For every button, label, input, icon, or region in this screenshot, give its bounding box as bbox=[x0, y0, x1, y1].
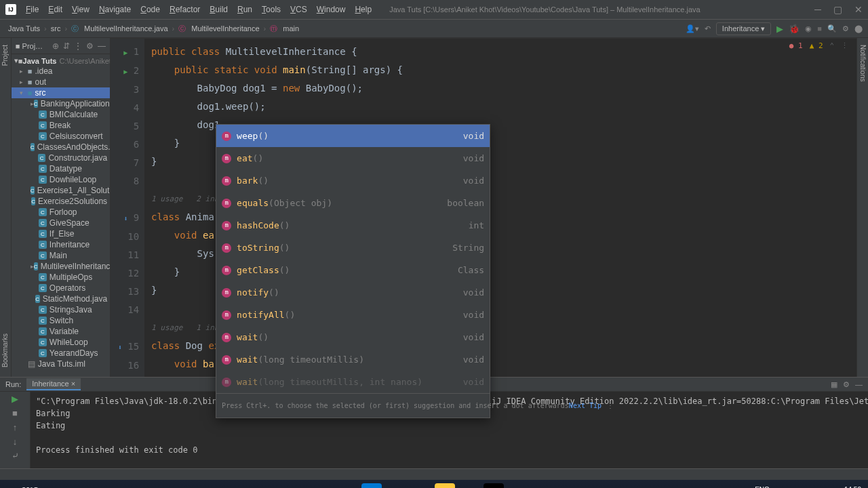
notifications-tool-button[interactable]: Notifications bbox=[859, 41, 867, 85]
breadcrumb-file[interactable]: MultilevelInheritance.java bbox=[81, 23, 171, 34]
chrome-icon[interactable]: 🌈 bbox=[459, 483, 479, 488]
run-hide-icon[interactable]: — bbox=[855, 380, 863, 389]
teams-icon[interactable]: 👥 bbox=[313, 483, 333, 488]
run-config-selector[interactable]: Inheritance ▾ bbox=[716, 22, 772, 35]
maximize-icon[interactable]: ▢ bbox=[833, 4, 842, 15]
tree-folder-.idea[interactable]: ▸■.idea bbox=[12, 66, 110, 77]
tree-file-MultipleOps[interactable]: CMultipleOps bbox=[12, 272, 110, 283]
breadcrumb-folder[interactable]: src bbox=[48, 23, 64, 34]
todo-icon[interactable]: ✓ bbox=[410, 483, 431, 488]
notes-icon[interactable]: 📝 bbox=[435, 483, 455, 488]
back-icon[interactable]: ↶ bbox=[705, 24, 711, 33]
search-icon[interactable]: 🔍 bbox=[827, 24, 837, 33]
menu-build[interactable]: Build bbox=[205, 3, 232, 16]
tree-file-Celsiusconvert[interactable]: CCelsiusconvert bbox=[12, 131, 110, 142]
menu-help[interactable]: Help bbox=[351, 3, 376, 16]
tree-file-BankingApplication.java[interactable]: ▸CBankingApplication.java bbox=[12, 98, 110, 109]
completion-hashCode[interactable]: mhashCode()int bbox=[216, 214, 490, 237]
menu-navigate[interactable]: Navigate bbox=[95, 3, 135, 16]
tree-file-Operators[interactable]: COperators bbox=[12, 283, 110, 293]
tree-file-Exercise1_All_Solutions[interactable]: CExercise1_All_Solutions bbox=[12, 185, 110, 196]
tree-file-BMICalculate[interactable]: CBMICalculate bbox=[12, 109, 110, 120]
tree-file-YearandDays[interactable]: CYearandDays bbox=[12, 348, 110, 359]
tree-folder-src[interactable]: ▾■src bbox=[12, 87, 110, 98]
minimize-icon[interactable]: ─ bbox=[814, 4, 821, 15]
completion-toString[interactable]: mtoString()String bbox=[216, 237, 490, 259]
expand-all-icon[interactable]: ⇵ bbox=[63, 41, 70, 51]
tree-file-Datatype[interactable]: CDatatype bbox=[12, 163, 110, 174]
menu-window[interactable]: Window bbox=[313, 3, 350, 16]
completion-weep[interactable]: mweep()void bbox=[216, 125, 490, 147]
down-button[interactable]: ↓ bbox=[13, 436, 18, 447]
menu-refactor[interactable]: Refactor bbox=[165, 3, 204, 16]
gutter[interactable]: ▶ 1▶ 2345678 ⬇ 91011121314 ⬇ 1516 bbox=[111, 39, 144, 379]
user-icon[interactable]: 👤▾ bbox=[686, 24, 699, 33]
tree-file-Inheritance[interactable]: CInheritance bbox=[12, 239, 110, 250]
completion-bark[interactable]: mbark()void bbox=[216, 169, 490, 192]
collapse-icon[interactable]: ⋮ bbox=[74, 41, 82, 51]
completion-wait[interactable]: mwait(long timeoutMillis)void bbox=[216, 348, 490, 371]
tree-file-StringsJava[interactable]: CStringsJava bbox=[12, 304, 110, 315]
tree-file-WhileLoop[interactable]: CWhileLoop bbox=[12, 337, 110, 348]
run-settings-icon[interactable]: ⚙ bbox=[843, 380, 850, 389]
completion-equals[interactable]: mequals(Object obj)boolean bbox=[216, 192, 490, 214]
tree-file-Variable[interactable]: CVariable bbox=[12, 326, 110, 337]
obs-icon[interactable]: ⏺ bbox=[508, 483, 528, 488]
completion-notifyAll[interactable]: mnotifyAll()void bbox=[216, 304, 490, 326]
tree-file-Constructor.java[interactable]: CConstructor.java bbox=[12, 152, 110, 163]
layout-icon[interactable]: ▦ bbox=[831, 380, 837, 389]
rerun-button[interactable]: ▶ bbox=[12, 394, 18, 404]
project-tool-button[interactable]: Project bbox=[1, 41, 9, 70]
tree-file-If_Else[interactable]: CIf_Else bbox=[12, 228, 110, 239]
completion-eat[interactable]: meat()void bbox=[216, 147, 490, 169]
search-taskbar-icon[interactable]: 🔍 bbox=[264, 483, 284, 488]
menu-edit[interactable]: Edit bbox=[44, 3, 66, 16]
app-icon-1[interactable]: M bbox=[361, 483, 382, 488]
tree-file-MultilevelInheritance.java[interactable]: ▸CMultilevelInheritance.java bbox=[12, 261, 110, 272]
tree-file-Main[interactable]: CMain bbox=[12, 250, 110, 261]
completion-wait[interactable]: mwait(long timeoutMillis, int nanos)void bbox=[216, 371, 490, 393]
up-button[interactable]: ↑ bbox=[13, 422, 18, 432]
run-tab[interactable]: Inheritance × bbox=[26, 378, 81, 390]
code-editor[interactable]: ● 1 ▲ 2 ⌃ ⋮ ▶ 1▶ 2345678 ⬇ 91011121314 ⬇… bbox=[111, 39, 856, 379]
next-tip-link[interactable]: Next Tip bbox=[569, 396, 601, 415]
breadcrumb-project[interactable]: Java Tuts bbox=[5, 23, 43, 34]
menu-view[interactable]: View bbox=[68, 3, 94, 16]
run-with-coverage-icon[interactable]: ◉ bbox=[805, 24, 812, 33]
tree-file-Break[interactable]: CBreak bbox=[12, 120, 110, 131]
bookmarks-tool-button[interactable]: Bookmarks bbox=[1, 329, 9, 371]
tree-file-Forloop[interactable]: CForloop bbox=[12, 207, 110, 218]
tree-file-DowhileLoop[interactable]: CDowhileLoop bbox=[12, 174, 110, 185]
tree-file-GiveSpace[interactable]: CGiveSpace bbox=[12, 218, 110, 228]
select-opened-icon[interactable]: ⊕ bbox=[52, 41, 59, 51]
menu-tools[interactable]: Tools bbox=[258, 3, 285, 16]
menu-run[interactable]: Run bbox=[233, 3, 256, 16]
tree-root[interactable]: ▾■Java TutsC:\Users\Aniket Khot bbox=[12, 56, 110, 66]
store-icon[interactable]: 🛍 bbox=[386, 483, 406, 488]
code-content[interactable]: public class MultilevelInheritance { pub… bbox=[144, 39, 856, 379]
wrap-button[interactable]: ⤶ bbox=[12, 451, 19, 461]
debug-button[interactable]: 🐞 bbox=[789, 24, 800, 34]
hide-icon[interactable]: — bbox=[98, 41, 106, 51]
completion-notify[interactable]: mnotify()void bbox=[216, 281, 490, 304]
settings-gear-icon[interactable]: ⚙ bbox=[86, 41, 94, 51]
menu-file[interactable]: File bbox=[22, 3, 43, 16]
completion-getClass[interactable]: mgetClass()Class bbox=[216, 259, 490, 281]
start-button[interactable]: ⊞ bbox=[239, 483, 260, 488]
tree-file-Exercise2Solutions[interactable]: CExercise2Solutions bbox=[12, 196, 110, 207]
settings-icon[interactable]: ⚙ bbox=[842, 24, 849, 33]
tree-file-StaticMethod.java[interactable]: CStaticMethod.java bbox=[12, 293, 110, 304]
menu-vcs[interactable]: VCS bbox=[286, 3, 311, 16]
more-icon[interactable]: ⬤ bbox=[854, 24, 863, 33]
menu-code[interactable]: Code bbox=[136, 3, 164, 16]
tree-file-ClassesAndObjects.java[interactable]: CClassesAndObjects.java bbox=[12, 142, 110, 152]
close-icon[interactable]: ✕ bbox=[854, 4, 863, 15]
run-button[interactable]: ▶ bbox=[776, 24, 783, 34]
breadcrumb-class[interactable]: MultilevelInheritance bbox=[189, 23, 262, 34]
tree-iml[interactable]: ▤Java Tuts.iml bbox=[12, 359, 110, 369]
breadcrumb-method[interactable]: main bbox=[280, 23, 302, 34]
explorer-icon[interactable]: 📁 bbox=[288, 483, 309, 488]
intellij-icon[interactable]: IJ bbox=[484, 483, 504, 488]
completion-wait[interactable]: mwait()void bbox=[216, 326, 490, 348]
edge-icon[interactable]: 🌐 bbox=[337, 483, 357, 488]
